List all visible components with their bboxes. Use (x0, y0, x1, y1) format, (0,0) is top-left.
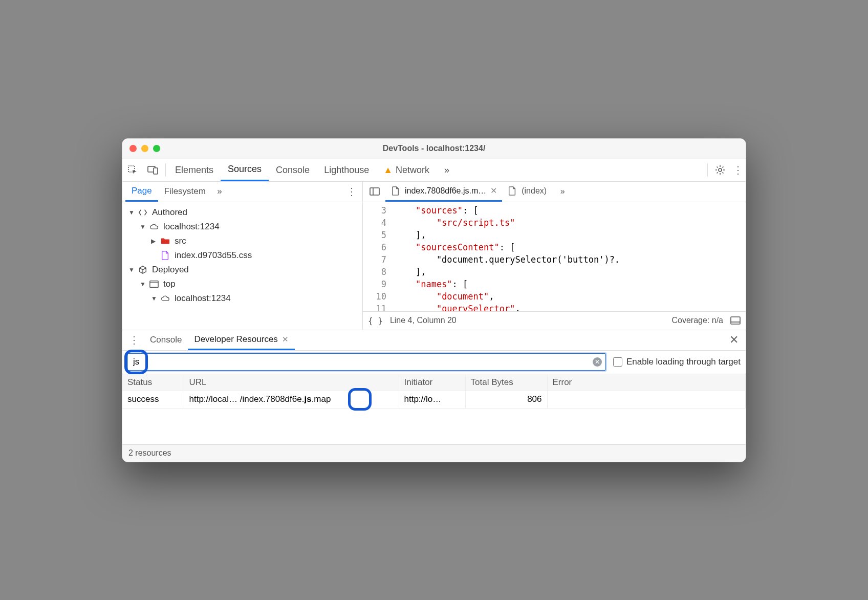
tab-label: Network (396, 165, 429, 176)
tree-item[interactable]: Deployed (122, 263, 362, 277)
main-tab-network[interactable]: ▲Network (376, 159, 437, 181)
cell-total-bytes: 806 (465, 391, 547, 408)
editor-tab[interactable]: (index) (502, 181, 552, 202)
tree-item[interactable]: src (122, 234, 362, 248)
close-tab-icon[interactable]: ✕ (490, 186, 497, 196)
window-title: DevTools - localhost:1234/ (122, 144, 746, 153)
editor-statusbar: { } Line 4, Column 20 Coverage: n/a (363, 311, 746, 330)
pretty-print-icon[interactable]: { } (368, 316, 383, 326)
main-menu-kebab-icon[interactable]: ⋮ (730, 159, 746, 181)
drawer-statusbar: 2 resources (122, 444, 746, 462)
tree-item[interactable]: Authored (122, 205, 362, 220)
editor-tab-label: index.7808df6e.js.m… (405, 186, 486, 196)
drawer-tab-developer-resources[interactable]: Developer Resources✕ (188, 330, 294, 350)
folder-red-icon (160, 237, 170, 246)
device-toolbar-icon[interactable] (143, 159, 163, 181)
drawer-tabstrip: ⋮ ConsoleDeveloper Resources✕ ✕ (122, 330, 746, 351)
main-tab-sources[interactable]: Sources (221, 159, 269, 181)
tab-label: Lighthouse (324, 165, 369, 176)
titlebar: DevTools - localhost:1234/ (122, 139, 746, 159)
sources-navigator: PageFilesystem » ⋮ Authoredlocalhost:123… (122, 182, 363, 330)
disclosure-triangle-icon[interactable] (151, 238, 156, 245)
column-header-total-bytes[interactable]: Total Bytes (465, 374, 547, 391)
window-maximize-button[interactable] (153, 145, 160, 152)
window-close-button[interactable] (129, 145, 137, 152)
disclosure-triangle-icon[interactable] (140, 281, 145, 288)
clear-filter-icon[interactable]: ✕ (593, 357, 602, 367)
tree-item-label: Deployed (152, 265, 189, 275)
toolbar-divider (707, 163, 708, 177)
main-tab-elements[interactable]: Elements (168, 159, 221, 181)
tab-label: Elements (175, 165, 213, 176)
window-minimize-button[interactable] (141, 145, 148, 152)
tree-item[interactable]: top (122, 277, 362, 291)
column-header-status[interactable]: Status (122, 374, 184, 391)
more-tabs-icon[interactable]: » (437, 159, 457, 181)
cursor-position: Line 4, Column 20 (390, 316, 457, 325)
coverage-status: Coverage: n/a (671, 316, 723, 325)
svg-rect-6 (370, 188, 379, 195)
settings-gear-icon[interactable] (710, 159, 730, 181)
svg-rect-2 (154, 168, 158, 174)
file-tree[interactable]: Authoredlocalhost:1234srcindex.d9703d55.… (122, 202, 362, 330)
navigator-more-tabs-icon[interactable]: » (212, 180, 227, 203)
highlight-ring-match (348, 388, 372, 411)
column-header-initiator[interactable]: Initiator (399, 374, 465, 391)
drawer-menu-kebab-icon[interactable]: ⋮ (126, 334, 142, 346)
editor-pane: index.7808df6e.js.m…✕(index) » 345678910… (363, 182, 746, 330)
resource-count: 2 resources (128, 448, 171, 458)
drawer-tab-label: Console (150, 335, 182, 345)
main-tab-console[interactable]: Console (269, 159, 317, 181)
navigator-menu-kebab-icon[interactable]: ⋮ (344, 185, 359, 198)
disclosure-triangle-icon[interactable] (140, 223, 145, 230)
close-drawer-tab-icon[interactable]: ✕ (282, 335, 289, 344)
devtools-window: DevTools - localhost:1234/ ElementsSourc… (122, 138, 746, 462)
drawer-tab-console[interactable]: Console (144, 330, 188, 350)
file-purple-icon (160, 251, 170, 260)
tree-item[interactable]: localhost:1234 (122, 291, 362, 306)
window-traffic-lights (122, 145, 160, 152)
close-drawer-button[interactable]: ✕ (726, 333, 742, 347)
navigator-tabs: PageFilesystem » ⋮ (122, 182, 362, 202)
svg-point-3 (719, 168, 722, 172)
enable-loading-checkbox-label[interactable]: Enable loading through target (613, 357, 741, 367)
developer-resources-toolbar: ✕ Enable loading through target (122, 351, 746, 374)
editor-tab[interactable]: index.7808df6e.js.m…✕ (385, 181, 502, 202)
filter-input-wrap: ✕ (127, 353, 606, 371)
navigator-tab-filesystem[interactable]: Filesystem (158, 181, 212, 202)
table-row[interactable]: successhttp://local… /index.7808df6e.js.… (122, 391, 746, 408)
tree-item-label: Authored (152, 207, 187, 218)
disclosure-triangle-icon[interactable] (128, 266, 134, 273)
column-header-error[interactable]: Error (547, 374, 746, 391)
code-content[interactable]: "sources": [ "src/script.ts" ], "sources… (392, 202, 746, 311)
enable-loading-label-text: Enable loading through target (626, 357, 741, 367)
url-filter-input[interactable] (127, 353, 606, 371)
tree-item[interactable]: localhost:1234 (122, 220, 362, 234)
tree-item[interactable]: index.d9703d55.css (122, 248, 362, 263)
cell-initiator: http://lo… (399, 391, 465, 408)
main-toolbar: ElementsSourcesConsoleLighthouse▲Network… (122, 159, 746, 182)
svg-rect-8 (731, 317, 740, 324)
developer-resources-table[interactable]: StatusURLInitiatorTotal BytesError succe… (122, 374, 746, 444)
disclosure-triangle-icon[interactable] (151, 295, 156, 302)
disclosure-triangle-icon[interactable] (128, 209, 134, 216)
tree-item-label: index.d9703d55.css (175, 250, 252, 261)
tab-label: Sources (228, 164, 262, 175)
line-number-gutter: 34567891011 (363, 202, 392, 311)
cloud-icon (149, 222, 159, 231)
window-icon (149, 280, 159, 289)
file-icon (390, 186, 401, 196)
code-editor[interactable]: 34567891011 "sources": [ "src/script.ts"… (363, 202, 746, 311)
toggle-navigator-icon[interactable] (366, 181, 383, 202)
editor-more-tabs-icon[interactable]: » (554, 181, 571, 202)
navigator-tab-page[interactable]: Page (125, 181, 158, 202)
cell-url: http://local… /index.7808df6e.js.map (184, 391, 399, 408)
warning-triangle-icon: ▲ (383, 165, 393, 176)
cell-status: success (122, 391, 184, 408)
column-header-url[interactable]: URL (184, 374, 399, 391)
editor-settings-icon[interactable] (730, 316, 741, 325)
tab-label: Console (276, 165, 310, 176)
inspect-element-icon[interactable] (122, 159, 143, 181)
main-tab-lighthouse[interactable]: Lighthouse (317, 159, 376, 181)
enable-loading-checkbox[interactable] (613, 357, 622, 367)
